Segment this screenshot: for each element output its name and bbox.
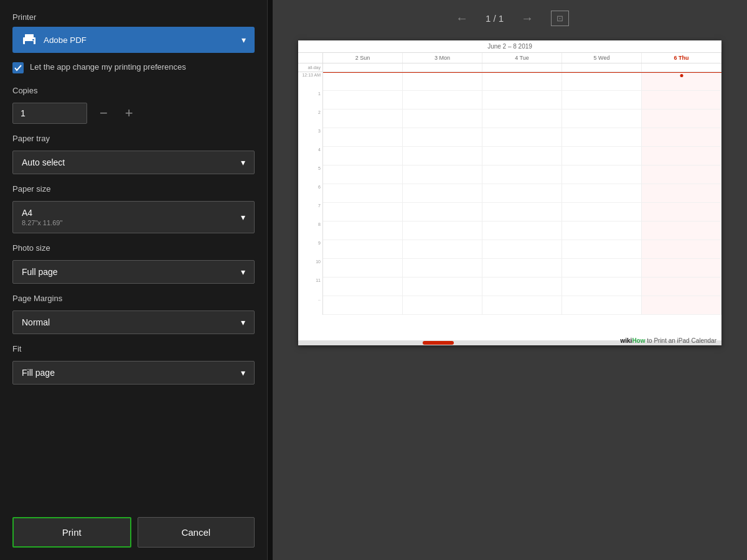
prev-page-button[interactable]: ← [451,9,473,28]
cell-dots-tue [482,296,562,315]
print-button[interactable]: Print [12,517,131,548]
time-label-1: 1 [298,91,323,110]
time-label-4: 4 [298,147,323,166]
time-label-5: 5 [298,166,323,184]
paper-size-dropdown[interactable]: A4 8.27"x 11.69" ▾ [12,201,255,233]
paper-tray-dropdown[interactable]: Auto select ▾ [12,151,255,174]
cell-9-thu [642,240,721,259]
calendar-header-text: June 2 – 8 2019 [487,43,532,50]
cell-1-sun [323,91,403,110]
paper-size-value: A4 [22,208,62,218]
svg-rect-2 [25,41,34,45]
time-label-9: 9 [298,240,323,259]
next-page-button[interactable]: → [516,9,538,28]
allday-cell-thu [642,63,721,72]
day-col-tue: 4 Tue [482,53,562,63]
cell-3-thu [642,128,721,147]
page-indicator: 1 / 1 [486,13,504,24]
copies-increase-button[interactable]: + [120,104,138,123]
right-panel: ← 1 / 1 → ⊡ June 2 – 8 2019 2 Sun 3 Mon … [273,0,747,560]
paper-tray-value: Auto select [22,157,65,167]
fit-chevron-icon: ▾ [241,368,245,378]
cell-6-sun [323,184,403,203]
cell-dots-thu [642,296,721,315]
cell-10-wed [562,259,642,278]
time-cells-3 [323,128,721,147]
time-row-6: 6 [298,184,721,203]
cell-1213-sun [323,72,403,91]
day-col-sun: 2 Sun [323,53,403,63]
allday-cell-mon [403,63,482,72]
printer-dropdown[interactable]: Adobe PDF ▾ [12,27,255,53]
cell-dots-mon [403,296,482,315]
cell-2-mon [403,110,482,128]
allday-cells [323,63,721,72]
page-margins-chevron-icon: ▾ [241,317,245,327]
day-col-thu: 6 Thu [642,53,721,63]
photo-size-dropdown[interactable]: Full page ▾ [12,260,255,284]
cell-5-thu [642,166,721,184]
page-margins-dropdown[interactable]: Normal ▾ [12,310,255,334]
how-text: How [632,337,645,344]
time-cells-6 [323,184,721,203]
cell-1-wed [562,91,642,110]
cell-3-tue [482,128,562,147]
cancel-button[interactable]: Cancel [138,517,255,548]
copies-decrease-button[interactable]: − [95,104,113,123]
cell-dots-sun [323,296,403,315]
printing-preferences-checkbox[interactable] [12,62,24,73]
cell-1213-wed [562,72,642,91]
copies-input[interactable] [12,103,87,124]
nav-bar: ← 1 / 1 → ⊡ [273,0,747,34]
cell-4-tue [482,147,562,166]
preview-area: June 2 – 8 2019 2 Sun 3 Mon 4 Tue 5 Wed … [273,34,747,560]
cell-7-tue [482,203,562,222]
cell-11-sun [323,278,403,296]
preview-page: June 2 – 8 2019 2 Sun 3 Mon 4 Tue 5 Wed … [298,40,721,345]
time-cells-dots [323,296,721,315]
time-row-dots: .. [298,296,721,315]
cell-4-mon [403,147,482,166]
fit-view-button[interactable]: ⊡ [551,11,569,26]
cell-7-thu [642,203,721,222]
time-cells-8 [323,222,721,240]
cell-2-thu [642,110,721,128]
printer-chevron-icon: ▾ [242,35,246,45]
time-row-7: 7 [298,203,721,222]
paper-size-label: Paper size [12,184,255,194]
paper-size-text: A4 8.27"x 11.69" [22,208,62,226]
cell-7-mon [403,203,482,222]
allday-cell-sun [323,63,403,72]
cell-8-wed [562,222,642,240]
cell-6-wed [562,184,642,203]
cell-5-wed [562,166,642,184]
cell-9-mon [403,240,482,259]
cell-3-sun [323,128,403,147]
paper-tray-label: Paper tray [12,134,255,143]
scrollbar-thumb [423,341,454,345]
left-panel: Printer Adobe PDF ▾ [0,0,268,560]
printer-label: Printer [12,12,255,22]
watermark-text: to Print an iPad Calendar [645,337,716,344]
cell-6-mon [403,184,482,203]
current-time-line [323,72,721,73]
current-time-row: 12:13 AM [298,72,721,91]
time-label-10: 10 [298,259,323,278]
cell-10-mon [403,259,482,278]
cell-4-sun [323,147,403,166]
wiki-text: wiki [620,337,632,344]
bottom-buttons: Print Cancel [12,505,255,548]
allday-row: all-day [298,63,721,72]
calendar-header: June 2 – 8 2019 [298,40,721,53]
cell-9-tue [482,240,562,259]
time-label-7: 7 [298,203,323,222]
cell-11-thu [642,278,721,296]
time-cells-11 [323,278,721,296]
time-row-10: 10 [298,259,721,278]
cell-1213-thu [642,72,721,91]
cell-1-mon [403,91,482,110]
time-label-11: 11 [298,278,323,296]
fit-dropdown[interactable]: Fill page ▾ [12,361,255,385]
time-row-11: 11 [298,278,721,296]
checkbox-area: Let the app change my printing preferenc… [12,62,255,73]
